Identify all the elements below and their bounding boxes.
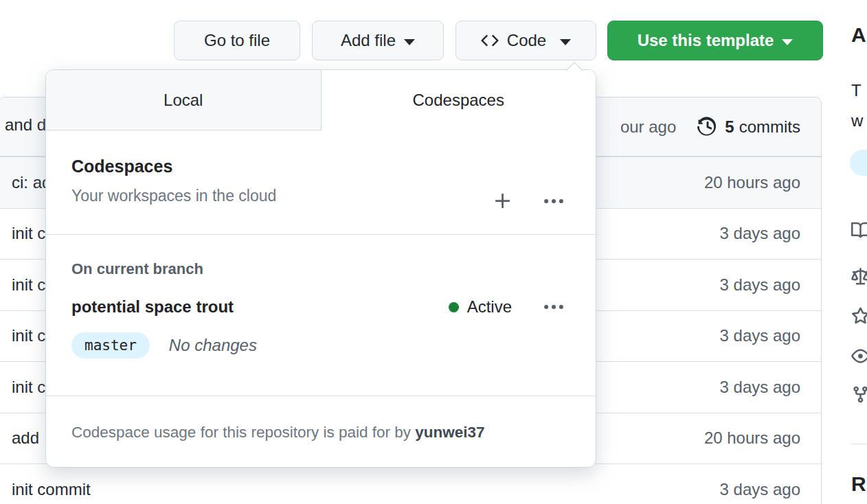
book-icon bbox=[851, 221, 867, 240]
codespaces-menu-button[interactable] bbox=[543, 191, 564, 211]
use-this-template-button[interactable]: Use this template bbox=[607, 21, 823, 60]
status-badge: Active bbox=[449, 297, 512, 317]
commit-count[interactable]: 5 bbox=[725, 117, 734, 137]
fork-icon bbox=[851, 385, 867, 404]
caret-down-icon bbox=[782, 39, 793, 45]
codespaces-title: Codespaces bbox=[71, 157, 276, 176]
code-button[interactable]: Code bbox=[455, 21, 596, 60]
row-message[interactable]: init c bbox=[12, 378, 45, 397]
status-label: Active bbox=[467, 297, 512, 317]
commits-label[interactable]: commits bbox=[739, 117, 800, 137]
no-changes-label: No changes bbox=[169, 336, 257, 355]
row-message[interactable]: init c bbox=[12, 326, 45, 345]
go-to-file-button[interactable]: Go to file bbox=[174, 21, 300, 60]
tab-codespaces[interactable]: Codespaces bbox=[322, 70, 596, 130]
row-message[interactable]: init c bbox=[12, 224, 45, 243]
commit-message-partial: and d bbox=[5, 115, 46, 135]
branch-row: master No changes bbox=[71, 332, 564, 358]
codespaces-subtitle: Your workspaces in the cloud bbox=[71, 187, 276, 205]
caret-down-icon bbox=[560, 39, 571, 45]
branch-badge[interactable]: master bbox=[71, 332, 150, 358]
code-icon bbox=[481, 32, 499, 49]
history-icon bbox=[697, 116, 719, 137]
table-row[interactable]: init commit 3 days ago bbox=[0, 463, 821, 504]
use-this-template-label: Use this template bbox=[638, 31, 774, 50]
usage-text: Codespace usage for this repository is p… bbox=[71, 424, 415, 441]
kebab-icon bbox=[543, 191, 564, 211]
go-to-file-label: Go to file bbox=[204, 31, 270, 50]
row-message[interactable]: add bbox=[12, 428, 39, 448]
row-time: 3 days ago bbox=[720, 275, 800, 295]
codespace-name[interactable]: potential space trout bbox=[71, 297, 234, 317]
codespace-row[interactable]: potential space trout Active bbox=[71, 297, 564, 317]
eye-icon bbox=[851, 347, 867, 365]
row-time: 3 days ago bbox=[720, 378, 800, 397]
topic-badge[interactable] bbox=[850, 150, 867, 176]
releases-heading: R bbox=[851, 472, 866, 496]
add-file-label: Add file bbox=[341, 31, 396, 50]
tab-local[interactable]: Local bbox=[46, 70, 322, 130]
row-message[interactable]: init commit bbox=[12, 480, 91, 499]
active-dot bbox=[449, 302, 459, 312]
kebab-icon bbox=[543, 297, 564, 317]
about-description-line: w bbox=[851, 111, 863, 130]
codespaces-header: Codespaces Your workspaces in the cloud bbox=[46, 130, 596, 234]
row-time: 20 hours ago bbox=[704, 173, 800, 192]
star-icon bbox=[851, 307, 867, 325]
dropdown-tabs: Local Codespaces bbox=[46, 70, 596, 130]
row-time: 3 days ago bbox=[720, 224, 800, 243]
row-time: 20 hours ago bbox=[704, 428, 800, 448]
current-branch-section: On current branch potential space trout … bbox=[46, 235, 596, 396]
row-message[interactable]: init c bbox=[12, 275, 45, 295]
add-file-button[interactable]: Add file bbox=[312, 21, 444, 60]
code-dropdown: Local Codespaces Codespaces Your workspa… bbox=[45, 69, 596, 468]
law-icon bbox=[851, 268, 867, 286]
about-heading: A bbox=[851, 23, 866, 47]
code-label: Code bbox=[507, 31, 546, 50]
plus-icon bbox=[493, 191, 513, 211]
new-codespace-button[interactable] bbox=[493, 191, 513, 211]
sidebar-divider bbox=[851, 444, 867, 444]
row-time: 3 days ago bbox=[720, 480, 800, 499]
on-current-branch-heading: On current branch bbox=[71, 260, 564, 278]
codespace-usage-footer: Codespace usage for this repository is p… bbox=[46, 396, 596, 467]
caret-down-icon bbox=[404, 39, 415, 45]
owner-name: yunwei37 bbox=[415, 424, 484, 441]
row-time: 3 days ago bbox=[720, 326, 800, 345]
about-description-line: T bbox=[851, 81, 862, 100]
codespace-menu-button[interactable] bbox=[543, 297, 564, 317]
commit-time-partial: our ago bbox=[620, 117, 676, 137]
